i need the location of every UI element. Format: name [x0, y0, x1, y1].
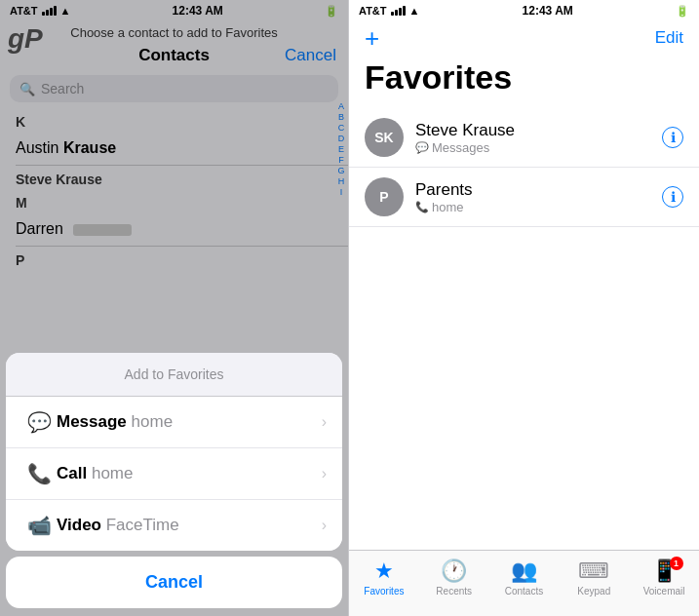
right-battery-icon: 🔋 — [676, 5, 689, 18]
modal-cancel-button[interactable]: Cancel — [6, 557, 342, 608]
voicemail-badge-container: 📱1 — [651, 558, 678, 584]
right-carrier-text: AT&T — [359, 5, 387, 17]
modal-option-message[interactable]: 💬 Message home › — [6, 397, 342, 448]
info-button-parents[interactable]: ℹ — [662, 186, 683, 208]
right-status-bar-left: AT&T ▲ — [359, 5, 419, 17]
right-status-bar: AT&T ▲ 12:43 AM 🔋 — [349, 0, 699, 21]
message-sub: home — [132, 412, 174, 431]
tab-keypad[interactable]: ⌨ Keypad — [559, 558, 629, 597]
right-time: 12:43 AM — [523, 4, 573, 18]
tab-recents[interactable]: 🕐 Recents — [419, 558, 489, 597]
message-label: Message — [57, 412, 127, 431]
left-panel: AT&T ▲ 12:43 AM 🔋 gP Choose a contact to… — [0, 0, 349, 616]
call-chevron-icon: › — [322, 465, 327, 482]
tab-bar: ★ Favorites 🕐 Recents 👥 Contacts ⌨ Keypa… — [349, 550, 699, 616]
keypad-tab-label: Keypad — [577, 586, 610, 597]
tab-voicemail[interactable]: 📱1 Voicemail — [629, 558, 699, 597]
message-option-icon: 💬 — [21, 410, 57, 434]
favorites-list: SK Steve Krause 💬 Messages ℹ P Parents 📞… — [349, 108, 699, 550]
favorite-item-steve-krause[interactable]: SK Steve Krause 💬 Messages ℹ — [349, 108, 699, 168]
fav-sub-text-parents: home — [432, 200, 464, 214]
fav-name-parents: Parents — [415, 180, 650, 200]
avatar-parents: P — [365, 177, 404, 216]
modal-title: Add to Favorites — [6, 353, 342, 397]
edit-button[interactable]: Edit — [655, 28, 683, 48]
favorites-tab-label: Favorites — [364, 586, 404, 597]
add-to-favorites-sheet: Add to Favorites 💬 Message home › 📞 Call… — [6, 353, 342, 551]
right-panel: AT&T ▲ 12:43 AM 🔋 + Edit Favorites SK St… — [349, 0, 699, 616]
video-label: Video — [57, 516, 101, 534]
right-wifi-icon: ▲ — [409, 5, 420, 17]
right-signal-bars — [391, 6, 406, 16]
tab-contacts[interactable]: 👥 Contacts — [489, 558, 560, 597]
tab-favorites[interactable]: ★ Favorites — [349, 558, 419, 597]
modal-option-video[interactable]: 📹 Video FaceTime › — [6, 500, 342, 551]
message-chevron-icon: › — [322, 413, 327, 431]
video-option-icon: 📹 — [21, 514, 57, 537]
fav-sub-parents: 📞 home — [415, 200, 650, 214]
recents-tab-icon: 🕐 — [441, 558, 467, 584]
keypad-tab-icon: ⌨ — [578, 558, 609, 584]
contacts-tab-icon: 👥 — [511, 558, 537, 584]
right-status-bar-right: 🔋 — [676, 5, 689, 18]
call-sub: home — [92, 464, 134, 482]
fav-name-steve: Steve Krause — [415, 121, 650, 140]
modal-option-message-text: Message home — [57, 412, 322, 432]
fav-info-parents: Parents 📞 home — [415, 180, 650, 214]
modal-option-call[interactable]: 📞 Call home › — [6, 448, 342, 500]
avatar-steve-krause: SK — [365, 118, 404, 157]
fav-sub-text-steve: Messages — [432, 140, 489, 155]
info-button-steve[interactable]: ℹ — [662, 127, 683, 148]
recents-tab-label: Recents — [436, 586, 472, 597]
phone-sub-icon: 📞 — [415, 201, 429, 213]
message-sub-icon: 💬 — [415, 141, 429, 154]
voicemail-tab-label: Voicemail — [643, 586, 685, 597]
fav-info-steve: Steve Krause 💬 Messages — [415, 121, 650, 155]
video-chevron-icon: › — [322, 517, 327, 534]
video-sub: FaceTime — [106, 516, 179, 534]
modal-option-call-text: Call home — [57, 464, 322, 483]
call-label: Call — [57, 464, 87, 482]
call-option-icon: 📞 — [21, 462, 57, 485]
voicemail-badge: 1 — [670, 557, 683, 570]
add-favorite-button[interactable]: + — [365, 25, 379, 51]
fav-sub-steve: 💬 Messages — [415, 140, 650, 155]
modal-overlay: Add to Favorites 💬 Message home › 📞 Call… — [0, 0, 348, 616]
page-title: Favorites — [349, 58, 699, 108]
voicemail-tab-icon: 📱1 — [651, 558, 678, 584]
modal-option-video-text: Video FaceTime — [57, 516, 322, 535]
right-nav-bar: + Edit — [349, 21, 699, 58]
favorites-tab-icon: ★ — [374, 558, 394, 584]
favorite-item-parents[interactable]: P Parents 📞 home ℹ — [349, 168, 699, 227]
contacts-tab-label: Contacts — [505, 586, 543, 597]
